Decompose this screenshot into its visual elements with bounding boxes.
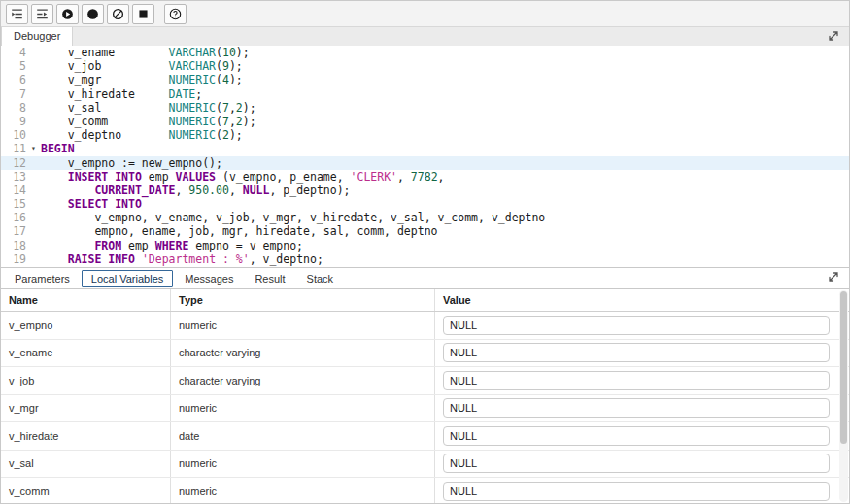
fold-gutter bbox=[26, 184, 41, 197]
fold-gutter bbox=[26, 252, 41, 266]
code-line-4: 4 v_ename VARCHAR(10); bbox=[1, 46, 849, 59]
code-line-9: 9 v_comm NUMERIC(7,2); bbox=[1, 115, 849, 128]
tab-stack[interactable]: Stack bbox=[297, 270, 344, 287]
code-line-12: 12 v_empno := new_empno(); bbox=[1, 156, 849, 170]
stop-button[interactable] bbox=[132, 4, 154, 24]
variable-row-v_comm: v_commnumeric bbox=[1, 478, 849, 504]
code-text: SELECT INTO bbox=[41, 197, 142, 211]
code-text: v_sal NUMERIC(7,2); bbox=[41, 101, 256, 115]
debug-toolbar bbox=[1, 1, 849, 27]
variable-value-input[interactable] bbox=[443, 426, 830, 446]
variable-value-input[interactable] bbox=[443, 454, 830, 473]
tab-result[interactable]: Result bbox=[245, 270, 294, 287]
code-line-10: 10 v_deptno NUMERIC(2); bbox=[1, 128, 849, 142]
code-text: RAISE INFO 'Department : %', v_deptno; bbox=[41, 252, 323, 266]
code-line-19: 19 RAISE INFO 'Department : %', v_deptno… bbox=[1, 252, 849, 266]
variable-type: character varying bbox=[171, 367, 435, 394]
clear-breakpoints-button[interactable] bbox=[107, 4, 129, 24]
code-line-5: 5 v_job VARCHAR(9); bbox=[1, 59, 849, 73]
code-text: v_ename VARCHAR(10); bbox=[41, 46, 250, 59]
variable-value-cell bbox=[435, 451, 849, 478]
line-number: 4 bbox=[1, 46, 26, 59]
step-over-button[interactable] bbox=[31, 4, 53, 24]
variable-value-input[interactable] bbox=[443, 398, 830, 418]
help-button[interactable] bbox=[164, 4, 187, 24]
toggle-breakpoint-button[interactable] bbox=[82, 4, 104, 24]
code-text: CURRENT_DATE, 950.00, NULL, p_deptno); bbox=[41, 184, 351, 197]
continue-icon bbox=[61, 8, 74, 20]
fold-gutter bbox=[26, 239, 41, 252]
help-icon bbox=[169, 8, 182, 20]
line-number: 18 bbox=[1, 239, 26, 252]
fold-gutter bbox=[26, 87, 41, 101]
variable-value-cell bbox=[435, 340, 849, 367]
variable-name: v_sal bbox=[1, 451, 171, 478]
variable-row-v_ename: v_enamecharacter varying bbox=[1, 340, 849, 368]
line-number: 5 bbox=[1, 59, 26, 73]
continue-button[interactable] bbox=[56, 4, 79, 24]
line-number: 6 bbox=[1, 73, 26, 86]
code-line-7: 7 v_hiredate DATE; bbox=[1, 87, 849, 101]
scrollbar-thumb[interactable] bbox=[840, 291, 847, 444]
panel-scrollbar[interactable] bbox=[839, 290, 848, 502]
fold-gutter bbox=[26, 101, 41, 115]
line-number: 11 bbox=[1, 142, 26, 155]
tab-messages[interactable]: Messages bbox=[175, 270, 243, 287]
code-text: FROM emp WHERE empno = v_empno; bbox=[41, 239, 303, 252]
variable-value-cell bbox=[435, 395, 849, 422]
variable-row-v_job: v_jobcharacter varying bbox=[1, 367, 849, 395]
code-editor[interactable]: 4 v_ename VARCHAR(10);5 v_job VARCHAR(9)… bbox=[1, 46, 849, 268]
variable-row-v_mgr: v_mgrnumeric bbox=[1, 395, 849, 423]
variable-type: numeric bbox=[171, 451, 435, 478]
code-line-11: 11▾BEGIN bbox=[1, 142, 849, 155]
panel-tabbar: ParametersLocal VariablesMessagesResultS… bbox=[1, 268, 849, 289]
column-header-type: Type bbox=[171, 289, 435, 311]
line-number: 16 bbox=[1, 211, 26, 224]
code-line-15: 15 SELECT INTO bbox=[1, 197, 849, 211]
code-text: INSERT INTO emp VALUES (v_empno, p_ename… bbox=[41, 170, 445, 184]
variable-value-input[interactable] bbox=[443, 343, 830, 362]
fold-gutter bbox=[26, 59, 41, 73]
code-text: v_empno, v_ename, v_job, v_mgr, v_hireda… bbox=[41, 211, 545, 224]
variable-row-v_sal: v_salnumeric bbox=[1, 451, 849, 479]
variable-value-cell bbox=[435, 312, 849, 339]
fold-gutter bbox=[26, 156, 41, 170]
variable-value-cell bbox=[435, 422, 849, 450]
line-number: 9 bbox=[1, 115, 26, 128]
variable-type: numeric bbox=[171, 395, 435, 422]
variable-value-input[interactable] bbox=[443, 482, 830, 501]
variable-value-input[interactable] bbox=[443, 371, 830, 390]
line-number: 10 bbox=[1, 128, 26, 142]
line-number: 8 bbox=[1, 101, 26, 115]
variable-type: numeric bbox=[171, 478, 435, 504]
variable-value-input[interactable] bbox=[443, 316, 830, 335]
code-text: v_deptno NUMERIC(2); bbox=[41, 128, 243, 142]
variable-name: v_mgr bbox=[1, 395, 171, 422]
tab-parameters[interactable]: Parameters bbox=[5, 270, 80, 287]
maximize-editor-icon[interactable] bbox=[827, 29, 841, 44]
stop-icon bbox=[137, 8, 150, 20]
variable-row-v_hiredate: v_hiredatedate bbox=[1, 422, 849, 451]
maximize-panel-icon[interactable] bbox=[827, 270, 841, 285]
code-text: v_comm NUMERIC(7,2); bbox=[41, 115, 256, 128]
step-into-icon bbox=[11, 8, 23, 20]
line-number: 15 bbox=[1, 197, 26, 211]
fold-gutter bbox=[26, 73, 41, 86]
fold-toggle-icon[interactable]: ▾ bbox=[26, 142, 41, 155]
line-number: 7 bbox=[1, 87, 26, 101]
code-line-16: 16 v_empno, v_ename, v_job, v_mgr, v_hir… bbox=[1, 211, 849, 224]
column-header-value: Value bbox=[435, 289, 849, 311]
code-text: BEGIN bbox=[41, 142, 75, 155]
line-number: 12 bbox=[1, 156, 26, 170]
code-text: empno, ename, job, mgr, hiredate, sal, c… bbox=[41, 224, 438, 238]
variable-type: character varying bbox=[171, 340, 435, 367]
tab-local-variables[interactable]: Local Variables bbox=[82, 270, 173, 287]
breakpoint-icon bbox=[86, 8, 99, 20]
code-text: v_hiredate DATE; bbox=[41, 87, 202, 101]
code-line-14: 14 CURRENT_DATE, 950.00, NULL, p_deptno)… bbox=[1, 184, 849, 197]
step-into-button[interactable] bbox=[6, 4, 28, 24]
fold-gutter bbox=[26, 46, 41, 59]
tab-debugger[interactable]: Debugger bbox=[1, 27, 73, 46]
code-line-8: 8 v_sal NUMERIC(7,2); bbox=[1, 101, 849, 115]
variable-name: v_job bbox=[1, 367, 171, 394]
